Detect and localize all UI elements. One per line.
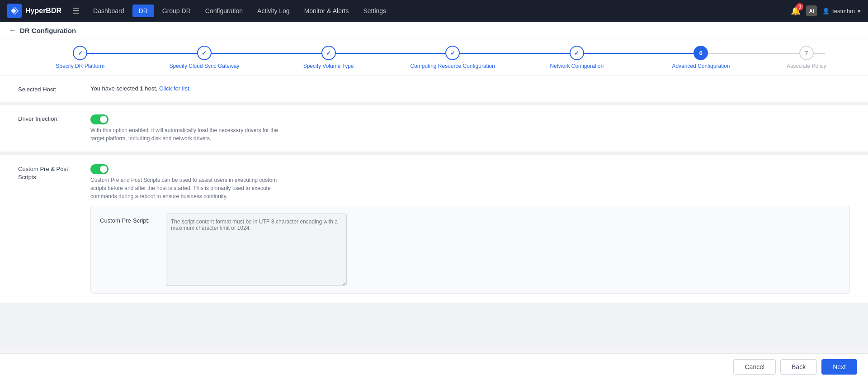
step-6: 6 Advanced Configuration [639, 46, 763, 69]
driver-injection-toggle[interactable] [90, 114, 108, 124]
custom-scripts-toggle[interactable] [90, 164, 108, 174]
selected-host-label: Selected Host: [18, 85, 81, 93]
driver-injection-content: With this option enabled, it will automa… [90, 114, 850, 142]
page-title: DR Configuration [20, 27, 76, 34]
page-header: ← DR Configuration [0, 22, 868, 39]
nav-item-monitor-alerts[interactable]: Monitor & Alerts [298, 5, 355, 17]
nav-item-group-dr[interactable]: Group DR [156, 5, 197, 17]
app-logo-text: HyperBDR [25, 7, 61, 15]
user-avatar: AI [806, 5, 817, 16]
step-label-7: Associate Policy [787, 63, 826, 69]
step-3: Specify Volume Type [266, 46, 391, 69]
nav-items: Dashboard DR Group DR Configuration Acti… [87, 5, 787, 17]
user-menu[interactable]: 👤 testmhm ▾ [822, 8, 861, 14]
pre-script-label: Custom Pre-Script: [100, 214, 159, 224]
check-icon-5 [574, 50, 579, 57]
selected-host-text: You have selected 1 host, Click for list… [90, 85, 191, 92]
check-icon-2 [202, 50, 207, 57]
notification-badge: 9 [796, 3, 803, 10]
click-for-list-link[interactable]: Click for list. [159, 85, 191, 92]
nav-item-dr[interactable]: DR [132, 5, 154, 17]
step-circle-5 [570, 46, 584, 60]
selected-host-content: You have selected 1 host, Click for list… [90, 85, 850, 92]
pre-script-row: Custom Pre-Script: [100, 214, 840, 286]
step-circle-1 [73, 46, 87, 60]
user-dropdown-icon: ▾ [858, 8, 861, 14]
step-2: Specify Cloud Sync Gateway [142, 46, 267, 69]
step-circle-6: 6 [693, 46, 708, 60]
check-icon-3 [326, 50, 331, 57]
top-navigation: HyperBDR ☰ Dashboard DR Group DR Configu… [0, 0, 868, 22]
notification-icon[interactable]: 🔔 9 [791, 6, 801, 16]
driver-injection-description: With this option enabled, it will automa… [90, 126, 280, 142]
step-circle-4 [445, 46, 460, 60]
nav-item-activity-log[interactable]: Activity Log [251, 5, 296, 17]
script-inner-panel: Custom Pre-Script: [90, 206, 850, 294]
driver-injection-row: Driver Injection: With this option enabl… [18, 114, 850, 142]
check-icon-4 [450, 50, 455, 57]
nav-item-configuration[interactable]: Configuration [199, 5, 249, 17]
driver-injection-label: Driver Injection: [18, 114, 81, 122]
step-7: 7 Associate Policy [763, 46, 850, 69]
driver-injection-card: Driver Injection: With this option enabl… [0, 105, 868, 152]
nav-item-settings[interactable]: Settings [357, 5, 392, 17]
step-circle-2 [197, 46, 212, 60]
step-label-4: Computing Resource Configuration [410, 63, 495, 69]
step-label-3: Specify Volume Type [303, 63, 354, 69]
step-label-6: Advanced Configuration [672, 63, 730, 69]
selected-host-row: Selected Host: You have selected 1 host,… [18, 85, 850, 93]
step-1: Specify DR Platform [18, 46, 142, 69]
stepper: Specify DR Platform Specify Cloud Sync G… [0, 39, 868, 76]
username-label: 👤 [822, 8, 830, 14]
username-text: testmhm [832, 8, 855, 14]
selected-host-card: Selected Host: You have selected 1 host,… [0, 76, 868, 102]
main-content: Selected Host: You have selected 1 host,… [0, 76, 868, 349]
selected-host-count-suffix: host, [143, 85, 158, 92]
selected-host-count: 1 [140, 85, 143, 92]
logo-area: HyperBDR [7, 4, 61, 18]
custom-scripts-content: Custom Pre and Post Scripts can be used … [90, 164, 850, 294]
check-icon-1 [78, 50, 83, 57]
step-label-2: Specify Cloud Sync Gateway [170, 63, 240, 69]
nav-right: 🔔 9 AI 👤 testmhm ▾ [791, 5, 861, 16]
pre-script-textarea[interactable] [166, 214, 347, 286]
custom-scripts-row: Custom Pre & Post Scripts: Custom Pre an… [18, 164, 850, 294]
custom-scripts-description: Custom Pre and Post Scripts can be used … [90, 176, 280, 200]
nav-item-dashboard[interactable]: Dashboard [87, 5, 131, 17]
step-label-1: Specify DR Platform [56, 63, 104, 69]
step-5: Network Configuration [515, 46, 639, 69]
hamburger-menu[interactable]: ☰ [72, 6, 80, 16]
step-circle-3 [321, 46, 336, 60]
back-arrow-icon[interactable]: ← [9, 26, 16, 34]
step-4: Computing Resource Configuration [391, 46, 515, 69]
custom-scripts-label: Custom Pre & Post Scripts: [18, 164, 81, 181]
selected-host-prefix: You have selected [90, 85, 140, 92]
custom-scripts-card: Custom Pre & Post Scripts: Custom Pre an… [0, 155, 868, 303]
step-label-5: Network Configuration [550, 63, 604, 69]
logo-icon [7, 4, 22, 18]
